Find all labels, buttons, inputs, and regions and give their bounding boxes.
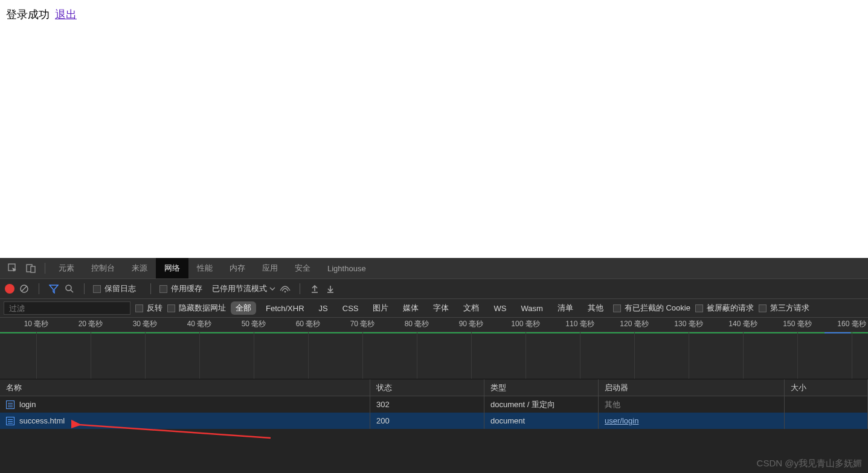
ruler-label: 110 毫秒	[565, 319, 594, 329]
divider	[45, 263, 45, 274]
type-other[interactable]: 其他	[583, 301, 608, 315]
type-ws[interactable]: WS	[489, 303, 511, 314]
throttling-select[interactable]: 已停用节流模式	[212, 283, 275, 294]
network-conditions-icon[interactable]	[279, 283, 291, 295]
ruler-label: 120 毫秒	[620, 319, 648, 329]
document-icon	[6, 417, 14, 425]
filter-bar: 反转 隐藏数据网址 全部 Fetch/XHR JS CSS 图片 媒体 字体 文…	[0, 299, 868, 318]
blocked-cookies-checkbox[interactable]: 有已拦截的 Cookie	[613, 303, 690, 314]
col-initiator[interactable]: 启动器	[599, 379, 785, 396]
filter-input[interactable]	[4, 301, 130, 315]
export-har-icon[interactable]	[324, 283, 336, 295]
network-toolbar: 保留日志 停用缓存 已停用节流模式	[0, 278, 868, 299]
device-toggle-icon[interactable]	[24, 262, 37, 275]
timeline-overview[interactable]	[0, 332, 868, 379]
blocked-requests-checkbox[interactable]: 被屏蔽的请求	[695, 303, 754, 314]
inspect-icon[interactable]	[6, 262, 19, 275]
col-name[interactable]: 名称	[0, 379, 370, 396]
type-manifest[interactable]: 清单	[553, 301, 578, 315]
ruler-label: 100 毫秒	[511, 319, 539, 329]
logout-link[interactable]: 退出	[55, 8, 77, 21]
tab-elements[interactable]: 元素	[50, 258, 83, 278]
request-name: success.html	[19, 416, 65, 425]
type-css[interactable]: CSS	[338, 303, 364, 314]
type-all[interactable]: 全部	[231, 301, 256, 315]
ruler-label: 40 毫秒	[187, 319, 212, 329]
ruler-label: 50 毫秒	[242, 319, 266, 329]
col-type[interactable]: 类型	[484, 379, 599, 396]
svg-point-7	[285, 291, 286, 293]
request-size	[785, 396, 868, 413]
clear-button[interactable]	[18, 283, 30, 295]
request-type: document	[484, 413, 599, 429]
devtools-panel: 元素 控制台 来源 网络 性能 内存 应用 安全 Lighthouse 保留日志…	[0, 258, 868, 473]
request-status: 200	[370, 413, 484, 429]
type-fetch[interactable]: Fetch/XHR	[261, 303, 309, 314]
svg-point-5	[66, 285, 71, 291]
tab-application[interactable]: 应用	[254, 258, 286, 278]
request-name: login	[19, 400, 36, 409]
tab-lighthouse[interactable]: Lighthouse	[319, 258, 375, 278]
ruler-label: 30 毫秒	[133, 319, 158, 329]
request-size	[785, 413, 868, 429]
tab-memory[interactable]: 内存	[221, 258, 254, 278]
tab-network[interactable]: 网络	[156, 258, 188, 278]
search-icon[interactable]	[63, 283, 76, 295]
hide-data-urls-checkbox[interactable]: 隐藏数据网址	[167, 303, 226, 314]
page-content: 登录成功 退出	[0, 0, 868, 29]
request-status: 302	[370, 396, 484, 413]
svg-line-6	[71, 290, 73, 292]
type-font[interactable]: 字体	[428, 301, 454, 315]
import-har-icon[interactable]	[309, 283, 321, 295]
disable-cache[interactable]: 停用缓存	[159, 283, 202, 294]
ruler-label: 130 毫秒	[674, 319, 702, 329]
ruler-label: 90 毫秒	[459, 319, 484, 329]
success-text: 登录成功	[6, 8, 50, 21]
table-row[interactable]: success.html200documentuser/login	[0, 413, 868, 429]
col-size[interactable]: 大小	[785, 379, 868, 396]
type-doc[interactable]: 文档	[458, 301, 484, 315]
record-button[interactable]	[5, 284, 14, 294]
third-party-checkbox[interactable]: 第三方请求	[759, 303, 809, 314]
ruler-label: 160 毫秒	[837, 319, 866, 329]
filter-icon[interactable]	[48, 283, 60, 295]
ruler-label: 140 毫秒	[728, 319, 757, 329]
ruler-label: 80 毫秒	[405, 319, 429, 329]
tab-performance[interactable]: 性能	[188, 258, 221, 278]
svg-rect-2	[31, 266, 35, 272]
request-initiator[interactable]: user/login	[599, 413, 785, 429]
type-img[interactable]: 图片	[368, 301, 393, 315]
table-body: login302document / 重定向其他success.html200d…	[0, 396, 868, 429]
ruler-label: 70 毫秒	[350, 319, 375, 329]
tab-security[interactable]: 安全	[286, 258, 319, 278]
devtools-tabstrip: 元素 控制台 来源 网络 性能 内存 应用 安全 Lighthouse	[0, 258, 868, 278]
ruler-label: 150 毫秒	[783, 319, 811, 329]
preserve-log[interactable]: 保留日志	[93, 283, 136, 294]
svg-line-4	[22, 286, 27, 291]
col-status[interactable]: 状态	[370, 379, 484, 396]
type-js[interactable]: JS	[314, 303, 333, 314]
table-row[interactable]: login302document / 重定向其他	[0, 396, 868, 413]
tab-sources[interactable]: 来源	[123, 258, 156, 278]
ruler-label: 60 毫秒	[296, 319, 321, 329]
request-initiator: 其他	[599, 396, 785, 413]
ruler-label: 10 毫秒	[24, 319, 49, 329]
type-wasm[interactable]: Wasm	[516, 303, 547, 314]
request-type: document / 重定向	[484, 396, 599, 413]
tab-console[interactable]: 控制台	[83, 258, 123, 278]
timeline-ruler[interactable]: 10 毫秒20 毫秒30 毫秒40 毫秒50 毫秒60 毫秒70 毫秒80 毫秒…	[0, 318, 868, 332]
document-icon	[6, 401, 14, 409]
ruler-label: 20 毫秒	[79, 319, 103, 329]
watermark-text: CSDN @y我见青山多妩媚	[757, 458, 862, 469]
invert-checkbox[interactable]: 反转	[135, 303, 162, 314]
type-media[interactable]: 媒体	[398, 301, 423, 315]
table-header: 名称 状态 类型 启动器 大小	[0, 379, 868, 396]
